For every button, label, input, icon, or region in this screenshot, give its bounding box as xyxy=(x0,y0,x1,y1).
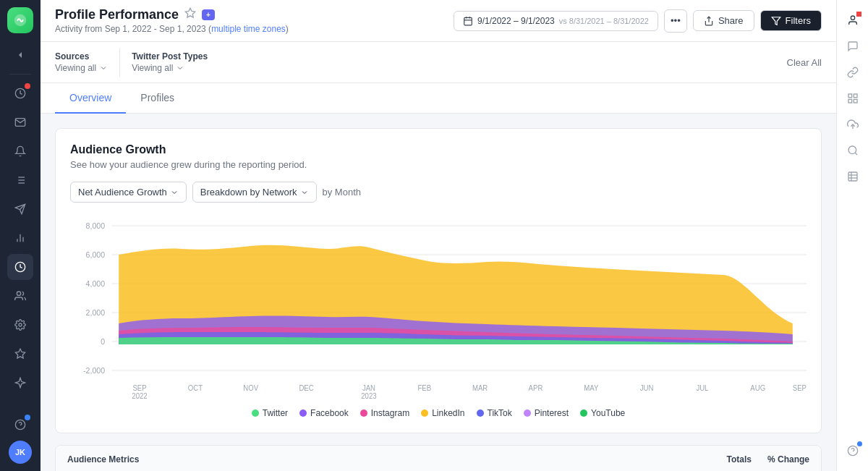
badge-icon: + xyxy=(202,9,215,20)
svg-text:2,000: 2,000 xyxy=(86,308,105,317)
sidebar-item-analytics[interactable] xyxy=(7,225,33,251)
audience-growth-card: Audience Growth See how your audience gr… xyxy=(55,128,822,433)
svg-text:8,000: 8,000 xyxy=(86,221,105,230)
sidebar-item-help[interactable] xyxy=(7,412,33,438)
youtube-dot xyxy=(580,410,587,417)
page-header: Profile Performance + Activity from Sep … xyxy=(41,0,836,42)
svg-text:JUN: JUN xyxy=(640,384,654,392)
star-icon[interactable] xyxy=(184,7,196,22)
sidebar-bottom: JK xyxy=(7,412,33,464)
date-range-button[interactable]: 9/1/2022 – 9/1/2023 vs 8/31/2021 – 8/31/… xyxy=(454,11,658,31)
right-sidebar-item-help[interactable] xyxy=(841,439,864,462)
sidebar-item-settings[interactable] xyxy=(7,312,33,338)
content-area: Audience Growth See how your audience gr… xyxy=(41,114,836,471)
share-icon xyxy=(704,16,714,26)
filter-divider-1 xyxy=(119,48,120,77)
svg-point-15 xyxy=(19,323,22,326)
right-sidebar xyxy=(836,0,868,471)
chart-area: 8,000 6,000 4,000 2,000 0 -2,000 SEP 202… xyxy=(70,211,807,399)
sidebar-item-bell[interactable] xyxy=(7,138,33,164)
svg-rect-61 xyxy=(848,172,857,181)
legend-pinterest: Pinterest xyxy=(524,408,569,418)
main-content: Profile Performance + Activity from Sep … xyxy=(41,0,836,471)
user-avatar[interactable]: JK xyxy=(9,441,32,464)
sidebar-item-magic[interactable] xyxy=(7,370,33,396)
svg-text:4,000: 4,000 xyxy=(86,279,105,288)
calendar-icon xyxy=(463,16,473,26)
sidebar-divider-1 xyxy=(9,74,31,75)
filter-bar: Sources Viewing all Twitter Post Types V… xyxy=(41,42,836,83)
svg-marker-19 xyxy=(185,8,195,17)
sources-select[interactable]: Viewing all xyxy=(55,63,108,73)
right-sidebar-item-table[interactable] xyxy=(841,165,864,188)
help-badge xyxy=(25,415,30,420)
pinterest-dot xyxy=(524,410,531,417)
svg-text:MAR: MAR xyxy=(472,384,488,392)
svg-text:APR: APR xyxy=(529,384,543,392)
svg-text:SEP: SEP xyxy=(132,384,147,392)
sidebar-item-list[interactable] xyxy=(7,167,33,193)
header-right: 9/1/2022 – 9/1/2023 vs 8/31/2021 – 8/31/… xyxy=(454,9,822,33)
svg-marker-16 xyxy=(15,349,25,358)
clear-all-button[interactable]: Clear All xyxy=(787,57,822,68)
multiple-timezones-link[interactable]: multiple time zones xyxy=(211,24,286,34)
svg-marker-25 xyxy=(772,17,780,25)
metric-chevron-icon xyxy=(170,188,179,197)
right-sidebar-item-link[interactable] xyxy=(841,61,864,84)
sidebar-item-inbox[interactable] xyxy=(7,109,33,135)
sidebar-item-notifications[interactable] xyxy=(7,80,33,106)
app-logo[interactable] xyxy=(7,7,33,33)
right-sidebar-item-upload[interactable] xyxy=(841,113,864,136)
svg-text:NOV: NOV xyxy=(243,384,258,392)
svg-rect-54 xyxy=(848,94,852,98)
metrics-table-header: Audience Metrics Totals % Change xyxy=(56,446,821,471)
sidebar-item-star[interactable] xyxy=(7,341,33,367)
svg-text:OCT: OCT xyxy=(188,384,203,392)
svg-text:MAY: MAY xyxy=(584,384,599,392)
svg-rect-20 xyxy=(464,17,472,25)
chart-controls: Net Audience Growth Breakdown by Network… xyxy=(70,182,807,203)
legend-twitter: Twitter xyxy=(252,408,288,418)
chevron-down-icon xyxy=(99,64,108,72)
page-title-row: Profile Performance + xyxy=(55,7,289,22)
instagram-dot xyxy=(360,410,367,417)
right-sidebar-item-grid[interactable] xyxy=(841,87,864,110)
svg-line-60 xyxy=(855,153,857,155)
by-month-text: by Month xyxy=(323,187,361,198)
metric-dropdown[interactable]: Net Audience Growth xyxy=(70,182,187,203)
facebook-dot xyxy=(299,410,307,417)
sources-filter: Sources Viewing all xyxy=(55,51,108,73)
sidebar-item-collapse[interactable] xyxy=(7,42,33,68)
right-sidebar-item-person[interactable] xyxy=(841,9,864,32)
svg-text:6,000: 6,000 xyxy=(86,250,105,259)
filters-button[interactable]: Filters xyxy=(760,10,822,31)
metrics-change-header: % Change xyxy=(752,454,809,464)
tiktok-dot xyxy=(477,410,484,417)
more-options-button[interactable]: ••• xyxy=(664,9,687,33)
svg-text:JAN: JAN xyxy=(362,384,375,392)
right-sidebar-item-search[interactable] xyxy=(841,139,864,162)
chevron-down-icon-2 xyxy=(176,64,184,72)
twitter-post-types-select[interactable]: Viewing all xyxy=(132,63,208,73)
svg-text:0: 0 xyxy=(101,337,105,346)
tab-profiles[interactable]: Profiles xyxy=(126,83,189,114)
svg-point-59 xyxy=(848,146,856,154)
twitter-dot xyxy=(252,410,259,417)
svg-text:2022: 2022 xyxy=(132,392,147,399)
breakdown-dropdown[interactable]: Breakdown by Network xyxy=(192,182,317,203)
left-sidebar: JK xyxy=(0,0,41,471)
sources-label: Sources xyxy=(55,51,108,61)
right-notification-badge xyxy=(856,12,861,17)
filter-icon xyxy=(771,16,781,26)
tab-overview[interactable]: Overview xyxy=(55,83,126,114)
sidebar-item-team[interactable] xyxy=(7,283,33,309)
metrics-table: Audience Metrics Totals % Change Total N… xyxy=(55,445,822,471)
svg-point-53 xyxy=(851,16,854,20)
legend-tiktok: TikTok xyxy=(477,408,512,418)
share-button[interactable]: Share xyxy=(693,10,754,31)
twitter-post-types-label: Twitter Post Types xyxy=(132,51,208,61)
sidebar-item-publish[interactable] xyxy=(7,196,33,222)
sidebar-item-reports[interactable] xyxy=(7,254,33,280)
card-subtitle: See how your audience grew during the re… xyxy=(70,159,807,170)
right-sidebar-item-comment[interactable] xyxy=(841,35,864,58)
